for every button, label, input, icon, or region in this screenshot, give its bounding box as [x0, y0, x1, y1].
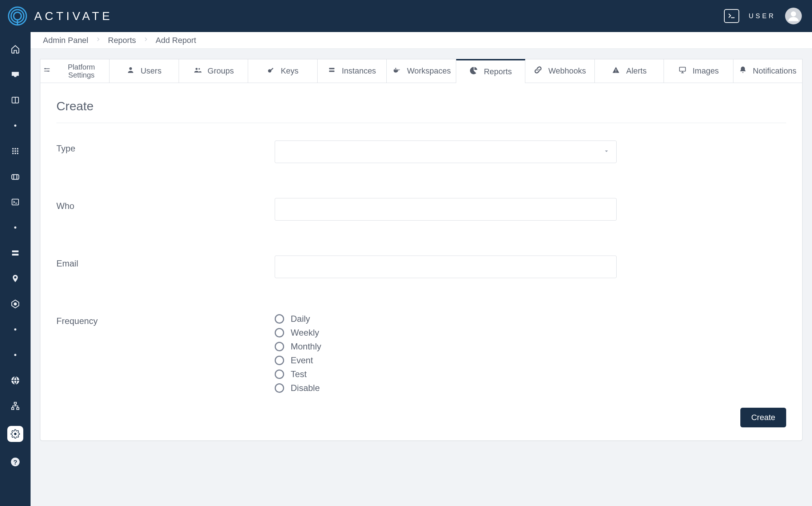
location-icon[interactable] [10, 273, 21, 284]
email-input[interactable] [275, 256, 617, 278]
chevron-right-icon [95, 36, 102, 44]
email-label: Email [56, 256, 275, 278]
svg-rect-12 [17, 150, 19, 152]
radio-label: Monthly [291, 341, 321, 352]
svg-rect-41 [394, 69, 395, 70]
kubernetes-icon[interactable] [10, 299, 21, 309]
svg-rect-8 [15, 148, 16, 150]
svg-rect-13 [12, 153, 14, 154]
server-icon[interactable] [10, 248, 21, 258]
tab-label: Reports [484, 67, 512, 76]
sitemap-icon[interactable] [10, 400, 21, 411]
svg-rect-7 [12, 148, 14, 150]
svg-point-34 [130, 67, 132, 70]
type-select[interactable] [275, 141, 617, 163]
dot3-icon[interactable] [10, 324, 21, 335]
group-icon [193, 66, 202, 76]
create-panel: Create Type Who [40, 83, 803, 441]
dot2-icon[interactable] [10, 222, 21, 233]
tab-label: Workspaces [407, 67, 451, 75]
svg-rect-26 [17, 408, 19, 410]
tab-groups[interactable]: Groups [179, 59, 248, 83]
settings-icon[interactable] [7, 426, 23, 442]
radio-test[interactable]: Test [275, 369, 617, 379]
tab-users[interactable]: Users [110, 59, 179, 83]
svg-rect-39 [329, 68, 335, 70]
dot4-icon[interactable] [10, 349, 21, 360]
create-button[interactable]: Create [740, 408, 786, 427]
svg-rect-15 [17, 153, 19, 154]
grid-icon[interactable] [10, 146, 21, 157]
svg-rect-9 [17, 148, 19, 150]
radio-disable[interactable]: Disable [275, 383, 617, 393]
frequency-label: Frequency [56, 313, 275, 393]
radio-weekly[interactable]: Weekly [275, 328, 617, 338]
tab-notifications[interactable]: Notifications [733, 59, 803, 83]
crumb-reports[interactable]: Reports [108, 36, 143, 45]
who-input[interactable] [275, 198, 617, 221]
tab-images[interactable]: Images [664, 59, 733, 83]
svg-rect-19 [12, 250, 19, 252]
panel-title: Create [56, 99, 786, 123]
alert-icon [612, 66, 620, 76]
help-icon[interactable]: ? [10, 456, 21, 467]
terminal-button[interactable] [724, 9, 739, 23]
piechart-icon [469, 66, 478, 77]
radio-event[interactable]: Event [275, 355, 617, 365]
tab-webhooks[interactable]: Webhooks [525, 59, 594, 83]
radio-label: Test [291, 369, 307, 379]
tab-workspaces[interactable]: Workspaces [387, 59, 456, 83]
docker-icon [392, 66, 401, 76]
container-icon[interactable] [10, 171, 21, 182]
chevron-right-icon [143, 36, 149, 44]
svg-rect-31 [44, 68, 50, 69]
tab-keys[interactable]: Keys [248, 59, 317, 83]
panel-icon[interactable] [10, 95, 21, 106]
tab-label: Platform Settings [56, 63, 106, 79]
crumb-add-report[interactable]: Add Report [156, 36, 203, 45]
tab-label: Webhooks [548, 67, 586, 75]
tab-reports[interactable]: Reports [456, 59, 525, 83]
tab-instances[interactable]: Instances [318, 59, 387, 83]
tab-label: Images [693, 67, 719, 75]
svg-rect-14 [15, 153, 16, 154]
bell-icon [739, 66, 747, 76]
svg-rect-17 [12, 199, 19, 205]
topbar: ACTIVATE USER [0, 0, 812, 32]
terminal-icon[interactable] [10, 197, 21, 207]
svg-rect-20 [12, 254, 19, 256]
svg-rect-42 [395, 69, 396, 70]
tab-label: Users [140, 67, 161, 75]
avatar[interactable] [785, 8, 802, 24]
svg-rect-24 [14, 402, 16, 404]
dot-icon[interactable] [10, 120, 21, 131]
svg-rect-25 [12, 408, 14, 410]
brand[interactable]: ACTIVATE [7, 6, 113, 26]
home-icon[interactable] [10, 44, 21, 55]
svg-rect-16 [12, 175, 19, 179]
svg-rect-44 [395, 68, 396, 69]
who-label: Who [56, 198, 275, 221]
key-icon [267, 66, 275, 76]
svg-rect-11 [15, 150, 16, 152]
sliders-icon [43, 66, 51, 76]
radio-monthly[interactable]: Monthly [275, 341, 617, 352]
main-content: Admin Panel Reports Add Report Platform … [31, 32, 812, 506]
svg-rect-38 [270, 68, 273, 71]
svg-rect-33 [44, 71, 50, 72]
brand-name: ACTIVATE [34, 9, 113, 23]
user-icon [127, 66, 135, 76]
radio-label: Weekly [291, 328, 319, 338]
tabs: Platform Settings Users Groups Keys Inst… [40, 59, 803, 83]
globe-icon[interactable] [10, 375, 21, 386]
inbox-icon[interactable] [10, 69, 21, 80]
link-icon [534, 66, 542, 76]
radio-daily[interactable]: Daily [275, 314, 617, 324]
svg-point-2 [14, 12, 21, 20]
crumb-admin-panel[interactable]: Admin Panel [43, 36, 95, 45]
svg-point-4 [791, 11, 796, 16]
tab-platform-settings[interactable]: Platform Settings [40, 59, 110, 83]
radio-label: Event [291, 355, 313, 365]
tab-alerts[interactable]: Alerts [595, 59, 664, 83]
user-label[interactable]: USER [749, 12, 776, 20]
